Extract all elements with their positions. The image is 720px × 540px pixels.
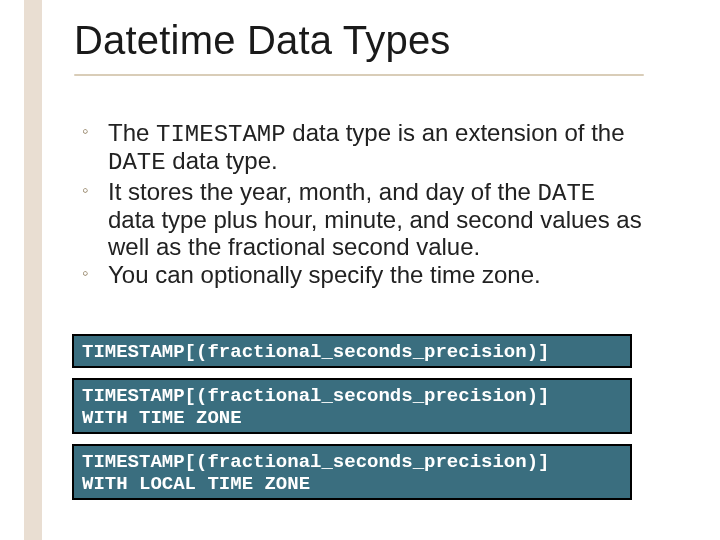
bullet-icon: ◦ <box>82 122 88 142</box>
code: DATE <box>538 180 596 207</box>
bullet-1: ◦ The TIMESTAMP data type is an extensio… <box>82 120 648 177</box>
body-text: ◦ The TIMESTAMP data type is an extensio… <box>82 120 648 290</box>
slide: Datetime Data Types ◦ The TIMESTAMP data… <box>0 0 720 540</box>
text: data type is an extension of the <box>286 119 625 146</box>
syntax-box-1: TIMESTAMP[(fractional_seconds_precision)… <box>72 334 632 368</box>
bullet-icon: ◦ <box>82 181 88 201</box>
code: DATE <box>108 149 166 176</box>
slide-title: Datetime Data Types <box>74 18 451 63</box>
bullet-2: ◦ It stores the year, month, and day of … <box>82 179 648 260</box>
text: The <box>108 119 156 146</box>
syntax-box-3: TIMESTAMP[(fractional_seconds_precision)… <box>72 444 632 500</box>
bullet-3: ◦ You can optionally specify the time zo… <box>82 262 648 288</box>
text: data type. <box>166 147 278 174</box>
title-underline <box>74 74 644 76</box>
text: It stores the year, month, and day of th… <box>108 178 538 205</box>
code: TIMESTAMP <box>156 121 286 148</box>
left-stripe <box>24 0 42 540</box>
bullet-icon: ◦ <box>82 264 88 284</box>
text: You can optionally specify the time zone… <box>108 261 541 288</box>
text: data type plus hour, minute, and second … <box>108 206 642 259</box>
syntax-box-2: TIMESTAMP[(fractional_seconds_precision)… <box>72 378 632 434</box>
